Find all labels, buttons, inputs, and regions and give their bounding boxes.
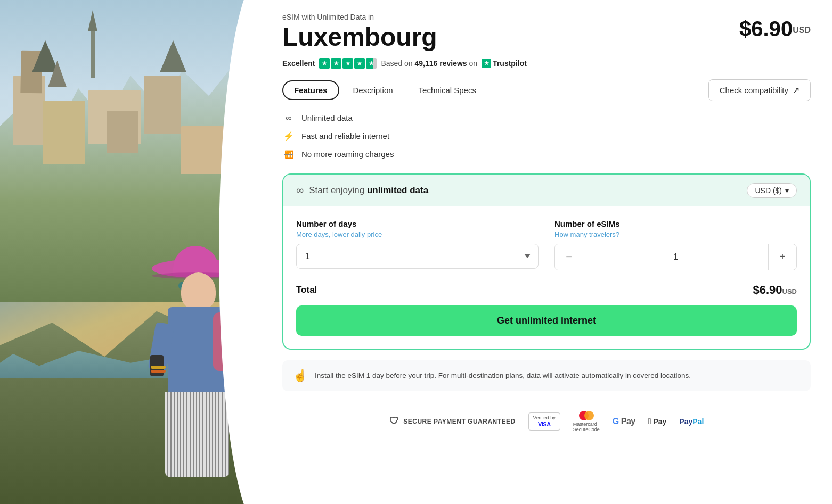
star-1: ★ xyxy=(319,58,330,69)
infinity-icon: ∞ xyxy=(282,112,295,125)
esims-counter: − 1 + xyxy=(554,244,797,270)
tab-features[interactable]: Features xyxy=(282,80,339,100)
total-label: Total xyxy=(296,285,317,295)
gpay-g: G xyxy=(613,417,619,426)
pricing-card-body: Number of days More days, lower daily pr… xyxy=(283,206,810,349)
content-panel: eSIM with Unlimited Data in Luxembourg $… xyxy=(261,0,832,504)
gpay-logo: G Pay xyxy=(613,417,635,426)
esim-subtitle: eSIM with Unlimited Data in xyxy=(282,13,437,21)
features-list: ∞ Unlimited data ⚡ Fast and reliable int… xyxy=(282,112,811,161)
check-compat-label: Check compatibility xyxy=(720,86,788,95)
trustpilot-name: Trustpilot xyxy=(493,59,527,68)
price-currency: USD xyxy=(793,26,811,35)
days-selector-group: Number of days More days, lower daily pr… xyxy=(296,219,539,270)
shield-icon: 🛡 xyxy=(389,416,399,427)
info-banner: ☝ Install the eSIM 1 day before your tri… xyxy=(282,360,811,391)
trustpilot-star: ★ xyxy=(482,59,491,68)
card-infinity-icon: ∞ xyxy=(296,184,304,196)
no-roaming-icon: 📶 xyxy=(282,148,295,161)
paypal-p2: Pal xyxy=(692,417,704,426)
unlimited-data-label: ∞ Start enjoying unlimited data xyxy=(296,184,428,196)
apple-pay-logo:  Pay xyxy=(648,417,667,426)
paypal-logo: PayPal xyxy=(679,417,704,426)
mastercard-text: MastercardSecureCode xyxy=(573,422,600,432)
secure-payment-label: SECURE PAYMENT GUARANTEED xyxy=(403,418,516,425)
currency-selector[interactable]: USD ($) ▾ xyxy=(747,183,797,198)
external-link-icon: ↗ xyxy=(793,85,800,95)
days-dropdown[interactable]: 1 3 5 7 10 14 30 xyxy=(296,244,539,269)
product-title-area: eSIM with Unlimited Data in Luxembourg xyxy=(282,13,437,52)
currency-selector-value: USD ($) xyxy=(755,186,782,195)
paypal-p1: Pay xyxy=(679,417,692,426)
visa-verified-line1: Verified by xyxy=(533,415,556,421)
product-title: Luxembourg xyxy=(282,23,437,52)
star-3: ★ xyxy=(342,58,353,69)
total-price-currency: USD xyxy=(782,287,797,295)
apple-icon:  xyxy=(648,417,651,426)
check-compatibility-button[interactable]: Check compatibility ↗ xyxy=(708,79,811,101)
esims-sublabel: How many travelers? xyxy=(554,230,797,238)
product-price: $6.90 xyxy=(739,17,793,40)
trustpilot-logo: ★ Trustpilot xyxy=(482,59,527,68)
tab-technical-specs[interactable]: Technical Specs xyxy=(407,80,488,100)
feature-fast-internet: ⚡ Fast and reliable internet xyxy=(282,130,811,143)
feature-unlimited-data-text: Unlimited data xyxy=(301,113,353,122)
esims-count-value: 1 xyxy=(583,252,768,262)
rating-text: Based on 49,116 reviews on xyxy=(381,59,477,68)
product-header: eSIM with Unlimited Data in Luxembourg $… xyxy=(282,13,811,52)
buy-button[interactable]: Get unlimited internet xyxy=(296,305,797,336)
pricing-selectors: Number of days More days, lower daily pr… xyxy=(296,219,797,270)
tabs-bar: Features Description Technical Specs Che… xyxy=(282,79,811,101)
total-price-value: $6.90 xyxy=(753,283,782,296)
card-header-text: Start enjoying unlimited data xyxy=(309,185,428,196)
total-price: $6.90USD xyxy=(753,283,797,297)
star-5: ★ xyxy=(366,58,377,69)
decrement-esims-button[interactable]: − xyxy=(555,244,583,270)
star-4: ★ xyxy=(354,58,365,69)
payment-footer: 🛡 SECURE PAYMENT GUARANTEED Verified by … xyxy=(282,402,811,436)
total-row: Total $6.90USD xyxy=(296,283,797,297)
lightning-icon: ⚡ xyxy=(282,130,295,143)
star-2: ★ xyxy=(331,58,341,69)
feature-unlimited-data: ∞ Unlimited data xyxy=(282,112,811,125)
visa-text: VISA xyxy=(538,421,551,428)
visa-verified-badge: Verified by VISA xyxy=(528,412,560,431)
price-area: $6.90USD xyxy=(739,13,811,41)
esims-label: Number of eSIMs xyxy=(554,219,797,228)
rating-label: Excellent xyxy=(282,59,315,68)
pricing-card-header: ∞ Start enjoying unlimited data USD ($) … xyxy=(283,175,810,206)
mastercard-circles xyxy=(579,411,594,420)
increment-esims-button[interactable]: + xyxy=(769,244,796,270)
secure-payment-badge: 🛡 SECURE PAYMENT GUARANTEED xyxy=(389,416,516,427)
tab-description[interactable]: Description xyxy=(341,80,405,100)
stars-container: ★ ★ ★ ★ ★ xyxy=(319,58,377,69)
mastercard-logo: MastercardSecureCode xyxy=(573,411,600,432)
reviews-link[interactable]: 49,116 reviews xyxy=(415,59,467,68)
esims-selector-group: Number of eSIMs How many travelers? − 1 … xyxy=(554,219,797,270)
currency-chevron-icon: ▾ xyxy=(785,186,789,195)
tabs-left: Features Description Technical Specs xyxy=(282,80,488,100)
install-icon: ☝ xyxy=(293,369,307,383)
rating-bar: Excellent ★ ★ ★ ★ ★ Based on 49,116 revi… xyxy=(282,58,811,69)
days-label: Number of days xyxy=(296,219,539,228)
info-banner-text: Install the eSIM 1 day before your trip.… xyxy=(315,371,691,379)
feature-no-roaming: 📶 No more roaming charges xyxy=(282,148,811,161)
gpay-pay: Pay xyxy=(621,417,635,426)
feature-fast-internet-text: Fast and reliable internet xyxy=(301,131,389,141)
mastercard-orange-circle xyxy=(584,411,594,420)
pricing-card: ∞ Start enjoying unlimited data USD ($) … xyxy=(282,173,811,350)
feature-no-roaming-text: No more roaming charges xyxy=(301,150,394,159)
product-image-panel xyxy=(0,0,261,504)
days-sublabel: More days, lower daily price xyxy=(296,230,539,238)
